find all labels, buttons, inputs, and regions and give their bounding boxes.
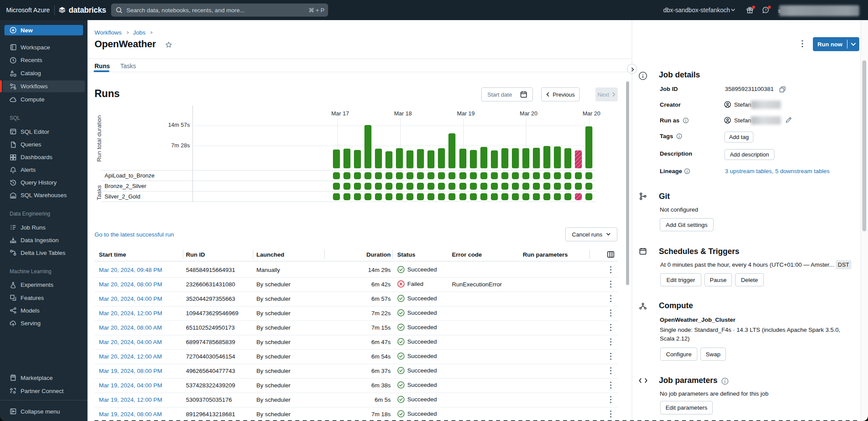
svg-text:?: ?	[765, 8, 767, 12]
